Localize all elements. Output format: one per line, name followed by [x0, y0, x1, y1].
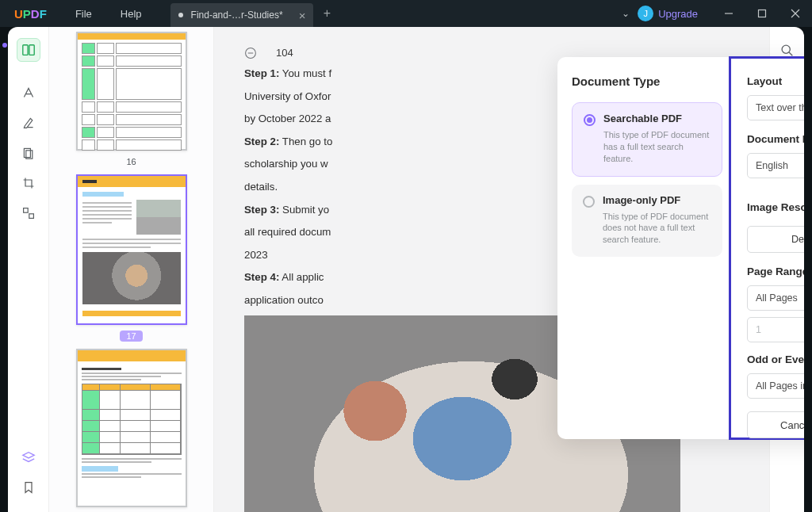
- option-title: Searchable PDF: [603, 113, 712, 124]
- accent-dot-icon: [2, 43, 7, 48]
- page-range-label: Page Range: [747, 266, 804, 277]
- reader-tool[interactable]: [17, 38, 40, 62]
- odd-even-select[interactable]: All Pages in Range: [747, 373, 804, 399]
- svg-rect-11: [29, 214, 33, 219]
- page-number-indicator: 104: [276, 44, 293, 62]
- bookmark-icon[interactable]: [17, 476, 40, 499]
- option-image-only-pdf[interactable]: Image-only PDF This type of PDF document…: [572, 185, 722, 258]
- tab-close-icon[interactable]: ×: [299, 9, 306, 22]
- svg-rect-8: [24, 148, 30, 157]
- svg-point-17: [782, 45, 790, 53]
- svg-rect-10: [23, 208, 28, 213]
- resolution-label: Image Resolution: [747, 201, 804, 213]
- document-text: 104 Step 1: You must f University of Oxf…: [244, 44, 522, 337]
- radio-icon: [584, 114, 596, 126]
- svg-rect-1: [759, 10, 766, 17]
- odd-even-label: Odd or Even Pages: [747, 353, 804, 365]
- thumbnail-panel: 16 17: [49, 27, 214, 512]
- layers-icon[interactable]: [17, 445, 40, 469]
- window-minimize-icon[interactable]: [712, 0, 745, 27]
- tools-misc[interactable]: [17, 201, 40, 225]
- thumbnail-18[interactable]: 18: [59, 349, 204, 512]
- tab-modified-icon: [178, 13, 183, 17]
- detect-resolution-button[interactable]: Detect Optimal Resolution: [747, 226, 804, 253]
- radio-icon: [583, 196, 595, 208]
- left-toolbar: [8, 27, 49, 512]
- layout-select[interactable]: Text over the page image: [747, 95, 804, 120]
- document-view: 104 Step 1: You must f University of Oxf…: [214, 27, 769, 512]
- language-label: Document Language: [747, 133, 804, 145]
- layout-label: Layout: [747, 75, 782, 87]
- option-searchable-pdf[interactable]: Searchable PDF This type of PDF document…: [572, 102, 722, 177]
- option-desc: This type of PDF document has a full tex…: [603, 129, 712, 165]
- app-logo: UPDF: [0, 7, 61, 21]
- window-close-icon[interactable]: [779, 0, 812, 27]
- svg-rect-5: [29, 45, 33, 55]
- thumbnail-17[interactable]: 17: [59, 174, 204, 342]
- svg-line-18: [789, 52, 792, 55]
- tabs-overflow-icon[interactable]: ⌄: [614, 8, 638, 19]
- zoom-out-icon[interactable]: [244, 47, 257, 59]
- edit-tool[interactable]: [17, 111, 40, 135]
- thumbnail-16[interactable]: 16: [59, 32, 204, 168]
- page-range-select[interactable]: All Pages: [747, 285, 804, 311]
- window-maximize-icon[interactable]: [745, 0, 779, 27]
- option-title: Image-only PDF: [603, 194, 713, 206]
- document-tab[interactable]: Find-and-…r-Studies* ×: [170, 3, 314, 27]
- upgrade-button[interactable]: Upgrade: [658, 8, 698, 20]
- language-select[interactable]: English: [747, 153, 804, 178]
- page-range-from-input[interactable]: 1: [747, 317, 804, 342]
- thumb-number: 16: [126, 157, 136, 166]
- ocr-dialog: Document Type Searchable PDF This type o…: [557, 57, 804, 439]
- svg-rect-4: [22, 45, 27, 55]
- tab-title: Find-and-…r-Studies*: [191, 10, 283, 21]
- thumb-number: 17: [120, 331, 142, 342]
- user-avatar[interactable]: J: [638, 6, 653, 21]
- menu-file[interactable]: File: [61, 8, 106, 20]
- menu-help[interactable]: Help: [106, 8, 156, 20]
- option-desc: This type of PDF document does not have …: [603, 211, 713, 246]
- cancel-button[interactable]: Cancel: [747, 411, 804, 438]
- organize-tool[interactable]: [17, 141, 40, 165]
- crop-tool[interactable]: [17, 171, 40, 195]
- annotate-tool[interactable]: [17, 81, 40, 105]
- dialog-title: Document Type: [572, 75, 722, 88]
- new-tab-button[interactable]: +: [316, 2, 337, 25]
